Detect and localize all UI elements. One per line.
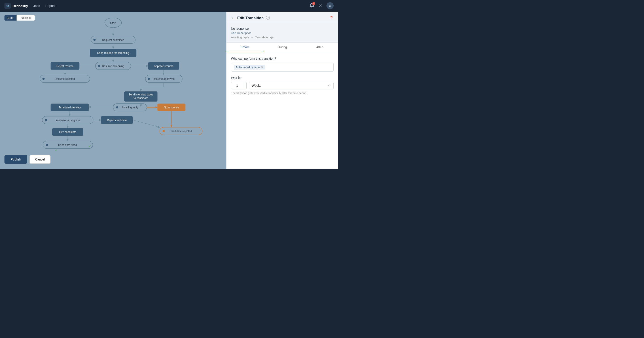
svg-text:✓: ✓ <box>89 144 92 148</box>
svg-point-59 <box>46 144 48 146</box>
transition-flow: Awaiting reply → Candidate reje... <box>231 36 334 39</box>
tab-before[interactable]: Before <box>226 43 264 52</box>
panel-title: Edit Transition <box>237 16 264 20</box>
add-description[interactable]: Add Description <box>231 31 334 35</box>
transition-name: No response <box>231 27 334 30</box>
wait-label: Wait for <box>231 76 334 80</box>
svg-point-17 <box>42 78 45 80</box>
logo-icon: ⊙ <box>4 3 11 9</box>
logo: ⊙ Orchestly <box>4 3 28 9</box>
performer-input[interactable]: Automated by time ✕ <box>231 62 334 72</box>
svg-text:✓: ✓ <box>55 148 58 152</box>
wait-section: Wait for Minutes Hours Days Weeks Months… <box>231 76 334 95</box>
topnav-right: 4 U <box>310 2 334 10</box>
app-name: Orchestly <box>12 4 28 8</box>
start-node-label: Start <box>110 21 116 24</box>
transition-to: Candidate reje... <box>255 36 276 39</box>
svg-text:Reject candidate: Reject candidate <box>107 119 127 122</box>
performer-tag: Automated by time ✕ <box>234 65 265 70</box>
svg-text:Hire candidate: Hire candidate <box>59 130 76 134</box>
svg-point-24 <box>148 78 150 80</box>
footer-buttons: Publish Cancel <box>4 155 50 164</box>
wait-row: Minutes Hours Days Weeks Months <box>231 82 334 90</box>
svg-line-50 <box>133 120 160 128</box>
draft-published-tabs: Draft Published <box>4 15 35 20</box>
svg-text:Request submitted: Request submitted <box>102 38 124 42</box>
svg-point-52 <box>162 130 165 132</box>
svg-text:Resume rejected: Resume rejected <box>55 77 75 80</box>
svg-text:Send interview dates: Send interview dates <box>128 93 153 96</box>
svg-text:Resume approved: Resume approved <box>153 77 175 80</box>
publish-button[interactable]: Publish <box>4 155 27 164</box>
close-icon[interactable] <box>318 3 323 8</box>
svg-text:?: ? <box>267 16 268 19</box>
panel-section-title: No response Add Description Awaiting rep… <box>226 23 338 43</box>
topnav: ⊙ Orchestly Jobs Reports 4 U <box>0 0 338 12</box>
tab-after[interactable]: After <box>301 43 338 52</box>
cancel-button[interactable]: Cancel <box>30 155 50 164</box>
panel-body: Who can perform this transition? Automat… <box>226 52 338 169</box>
svg-text:Send resume for screening: Send resume for screening <box>97 52 129 54</box>
notification-icon[interactable]: 4 <box>310 3 314 9</box>
svg-text:Approve resume: Approve resume <box>154 64 174 68</box>
notification-badge: 4 <box>312 2 315 5</box>
transition-from: Awaiting reply <box>231 36 249 39</box>
right-panel: ← Edit Transition ? No response Add Desc… <box>226 12 338 169</box>
svg-point-38 <box>116 106 118 108</box>
flow-diagram: Start Request submitted Send resume for … <box>0 12 226 169</box>
back-arrow[interactable]: ← <box>231 16 235 20</box>
arrow-right-icon: → <box>250 36 253 39</box>
avatar[interactable]: U <box>326 2 334 10</box>
svg-point-10 <box>98 65 100 67</box>
tab-published[interactable]: Published <box>16 15 35 20</box>
performer-label: Who can perform this transition? <box>231 57 334 60</box>
tab-draft[interactable]: Draft <box>4 15 16 20</box>
bda-tabs: Before During After <box>226 43 338 52</box>
flow-canvas[interactable]: Draft Published Start <box>0 12 226 169</box>
nav-reports[interactable]: Reports <box>46 4 56 8</box>
tag-remove-button[interactable]: ✕ <box>261 66 263 69</box>
panel-header: ← Edit Transition ? <box>226 12 338 23</box>
svg-point-45 <box>45 119 48 121</box>
performer-tag-label: Automated by time <box>236 66 260 69</box>
nav-jobs[interactable]: Jobs <box>33 4 40 8</box>
svg-text:Candidate hired: Candidate hired <box>58 144 77 147</box>
tab-during[interactable]: During <box>264 43 301 52</box>
svg-text:Awaiting reply: Awaiting reply <box>122 106 138 109</box>
svg-text:Schedule interview: Schedule interview <box>58 106 81 109</box>
svg-text:Interview in progress: Interview in progress <box>56 119 80 122</box>
svg-text:Candidate rejected: Candidate rejected <box>170 130 192 133</box>
wait-number-input[interactable] <box>231 82 247 90</box>
svg-point-3 <box>94 39 96 41</box>
svg-text:No response: No response <box>164 106 179 109</box>
main-layout: Draft Published Start <box>0 12 338 169</box>
svg-text:to candidate: to candidate <box>134 96 148 100</box>
delete-icon[interactable] <box>330 16 334 20</box>
wait-hint: The transition gets executed automatical… <box>231 92 334 95</box>
svg-text:Reject resume: Reject resume <box>56 64 74 68</box>
help-icon[interactable]: ? <box>266 16 270 20</box>
svg-text:Resume screening: Resume screening <box>102 64 124 68</box>
wait-unit-select[interactable]: Minutes Hours Days Weeks Months <box>249 82 334 90</box>
